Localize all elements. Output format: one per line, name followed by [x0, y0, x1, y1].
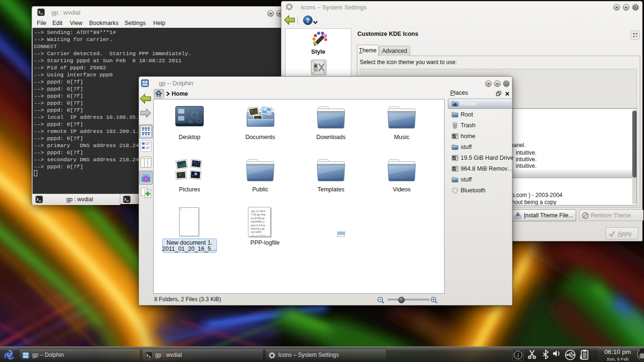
svg-text:?: ?	[306, 17, 310, 24]
svg-text:i: i	[517, 352, 519, 359]
